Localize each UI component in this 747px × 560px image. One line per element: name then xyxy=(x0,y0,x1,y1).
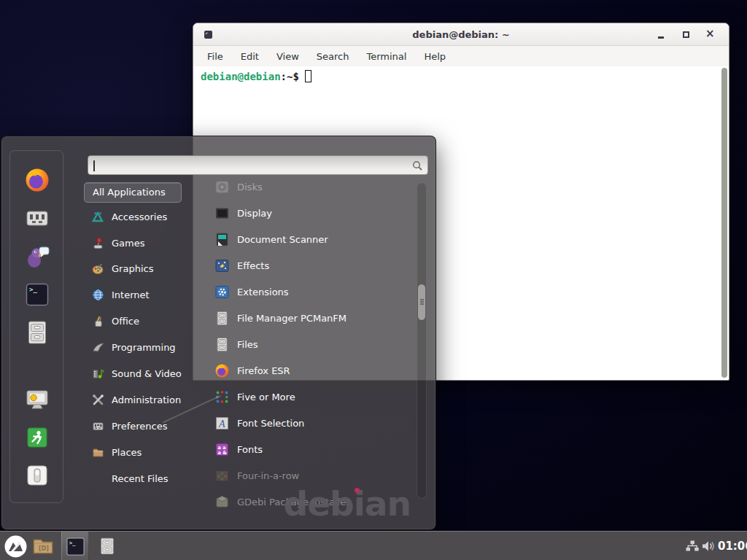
search-input[interactable] xyxy=(88,156,427,174)
programming-icon xyxy=(92,341,104,354)
terminal-scrollbar[interactable] xyxy=(721,68,727,378)
games-icon xyxy=(92,237,104,249)
app-document-scanner[interactable]: Document Scanner xyxy=(212,229,418,249)
menu-logo-icon xyxy=(4,535,27,558)
file-cabinet-icon xyxy=(98,535,117,557)
app-fonts[interactable]: a a a & Fonts xyxy=(212,439,418,459)
graphics-icon xyxy=(92,262,104,275)
category-office[interactable]: Office xyxy=(84,311,201,331)
svg-text:[D]: [D] xyxy=(39,545,49,552)
app-effects[interactable]: Effects xyxy=(212,255,418,276)
close-button[interactable]: × xyxy=(701,23,720,46)
svg-text:>_: >_ xyxy=(69,540,75,546)
close-icon: × xyxy=(705,27,715,40)
menu-terminal[interactable]: Terminal xyxy=(360,49,413,64)
terminal-icon: >_ xyxy=(65,536,86,557)
internet-icon xyxy=(92,289,104,301)
menu-file[interactable]: File xyxy=(201,49,230,64)
document-scanner-icon xyxy=(214,232,230,247)
display-icon xyxy=(214,206,230,221)
folder-icon: [D] xyxy=(32,537,54,556)
category-games[interactable]: Games xyxy=(84,233,201,253)
application-menu: >_ xyxy=(1,136,436,530)
category-internet[interactable]: Internet xyxy=(84,284,201,305)
prompt-path: :~$ xyxy=(281,71,299,82)
terminal-title: debian@debian: ~ xyxy=(193,23,729,46)
desktop: debian@debian: ~ × File Edit View Search… xyxy=(0,0,747,560)
pidgin-icon[interactable] xyxy=(24,244,50,270)
category-programming[interactable]: Programming xyxy=(84,337,201,357)
taskbar-files-button[interactable] xyxy=(93,532,121,560)
menu-view[interactable]: View xyxy=(270,49,306,64)
category-accessories[interactable]: Accessories xyxy=(84,206,201,227)
accessories-icon xyxy=(92,211,104,223)
preferences-icon xyxy=(92,420,104,432)
app-search-field[interactable] xyxy=(88,155,428,175)
file-cabinet-icon xyxy=(214,311,230,326)
menu-help[interactable]: Help xyxy=(417,49,452,64)
taskbar: [D] >_ xyxy=(0,531,747,560)
menu-edit[interactable]: Edit xyxy=(234,49,266,64)
terminal-cursor xyxy=(305,70,311,82)
app-four-in-a-row[interactable]: Four-in-a-row xyxy=(212,465,418,486)
prompt-user-host: debian@debian xyxy=(201,71,281,82)
text-caret xyxy=(93,160,95,171)
app-five-or-more[interactable]: Five or More xyxy=(212,386,418,407)
taskbar-file-manager-button[interactable]: [D] xyxy=(31,532,55,560)
four-in-a-row-icon xyxy=(214,468,230,483)
sound-video-icon xyxy=(92,368,104,380)
file-cabinet-icon xyxy=(214,337,230,352)
office-icon xyxy=(92,315,104,327)
fonts-icon: a a a & xyxy=(214,442,230,457)
filter-all-applications[interactable]: All Applications xyxy=(84,182,182,203)
app-list-scrollbar-thumb[interactable] xyxy=(418,284,425,320)
minimize-icon xyxy=(658,36,664,39)
extensions-icon xyxy=(214,284,230,300)
svg-text:A: A xyxy=(218,419,225,429)
app-list-scrollbar-track[interactable] xyxy=(417,182,427,499)
gdebi-icon xyxy=(214,494,230,510)
app-display[interactable]: Display xyxy=(212,203,418,223)
firefox-icon[interactable] xyxy=(24,167,50,193)
app-file-manager-pcmanfm[interactable]: File Manager PCManFM xyxy=(212,308,418,328)
speaker-icon xyxy=(702,540,716,552)
terminal-fav-icon[interactable]: >_ xyxy=(24,281,50,308)
lock-screen-icon[interactable] xyxy=(24,386,50,413)
category-recent-files[interactable]: Recent Files xyxy=(84,468,201,489)
app-firefox-esr[interactable]: Firefox ESR xyxy=(212,360,418,381)
debian-swirl-dot xyxy=(355,488,360,493)
app-font-selection[interactable]: A Font Selection xyxy=(212,413,418,433)
search-icon xyxy=(412,160,423,171)
terminal-titlebar[interactable]: debian@debian: ~ × xyxy=(193,23,729,46)
category-administration[interactable]: Administration xyxy=(84,389,201,410)
administration-icon xyxy=(92,394,104,406)
category-preferences[interactable]: Preferences xyxy=(84,416,201,436)
app-extensions[interactable]: Extensions xyxy=(212,281,418,302)
taskbar-terminal-button-active[interactable]: >_ xyxy=(61,532,89,560)
volume-tray-icon[interactable] xyxy=(700,532,717,560)
effects-icon xyxy=(214,258,230,273)
clock[interactable]: 01:06 xyxy=(718,532,747,560)
menu-button[interactable] xyxy=(1,532,29,560)
disks-icon xyxy=(214,179,230,195)
log-out-icon[interactable] xyxy=(24,424,50,451)
maximize-button[interactable] xyxy=(676,23,695,46)
network-tray-icon[interactable] xyxy=(684,532,700,560)
app-disks[interactable]: Disks xyxy=(212,176,418,197)
favorites-panel: >_ xyxy=(9,150,63,503)
shut-down-icon[interactable] xyxy=(24,462,50,489)
menu-search[interactable]: Search xyxy=(310,49,356,64)
minimize-button[interactable] xyxy=(651,23,670,46)
category-places[interactable]: Places xyxy=(84,442,201,462)
maximize-icon xyxy=(683,31,689,38)
app-files[interactable]: Files xyxy=(212,334,418,354)
file-manager-fav-icon[interactable] xyxy=(24,319,50,346)
terminal-menubar: File Edit View Search Terminal Help xyxy=(193,46,729,66)
category-sound-video[interactable]: Sound & Video xyxy=(84,363,201,384)
terminal-prompt: debian@debian:~$ xyxy=(201,70,311,82)
svg-text:a &: a & xyxy=(218,450,228,456)
firefox-icon xyxy=(214,363,230,378)
font-selection-icon: A xyxy=(214,416,230,431)
control-center-icon[interactable] xyxy=(24,205,50,231)
category-graphics[interactable]: Graphics xyxy=(84,258,201,279)
